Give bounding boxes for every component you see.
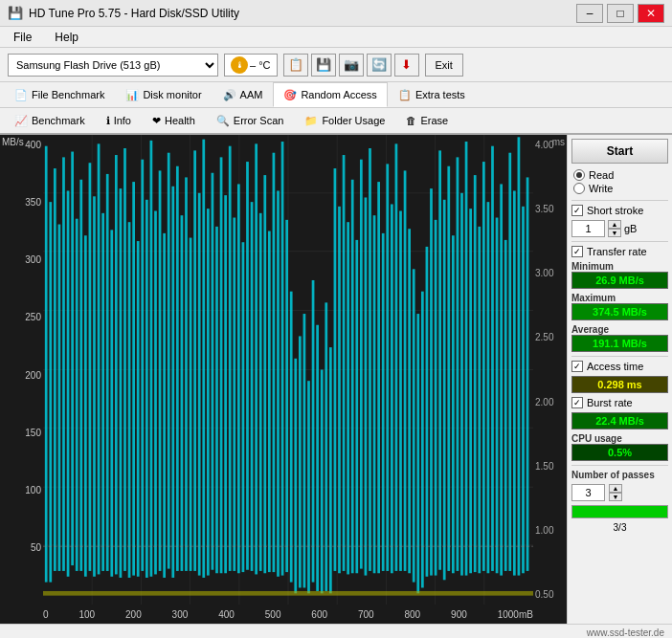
menu-file[interactable]: File xyxy=(8,29,37,46)
svg-rect-45 xyxy=(168,153,170,569)
svg-rect-63 xyxy=(246,162,249,570)
toolbar-btn-2[interactable]: 💾 xyxy=(311,54,336,77)
progress-text: 3/3 xyxy=(571,522,668,533)
cpu-label: CPU usage xyxy=(571,433,668,444)
start-button[interactable]: Start xyxy=(571,139,668,164)
spin-up[interactable]: ▲ xyxy=(608,220,621,229)
divider-4 xyxy=(571,465,668,466)
info-icon: ℹ xyxy=(106,115,110,127)
divider-3 xyxy=(571,356,668,357)
short-stroke-checkbox[interactable]: ✓ xyxy=(571,205,583,216)
svg-rect-75 xyxy=(299,336,302,587)
svg-rect-57 xyxy=(220,157,223,573)
maximize-button[interactable]: □ xyxy=(607,4,634,23)
toolbar-btn-4[interactable]: 🔄 xyxy=(367,54,392,77)
svg-rect-100 xyxy=(408,229,411,573)
svg-rect-55 xyxy=(212,173,214,570)
maximum-label: Maximum xyxy=(571,293,668,303)
tab-random-access[interactable]: 🎯 Random Access xyxy=(273,82,387,107)
minimize-button[interactable]: – xyxy=(576,4,603,23)
svg-rect-22 xyxy=(67,190,70,576)
svg-rect-99 xyxy=(404,170,407,571)
read-label: Read xyxy=(589,169,614,181)
passes-input[interactable] xyxy=(571,484,605,501)
status-bar: www.ssd-tester.de xyxy=(0,624,672,638)
toolbar-btn-3[interactable]: 📷 xyxy=(339,54,364,77)
tab-aam[interactable]: 🔊 AAM xyxy=(213,82,274,107)
write-radio-dot xyxy=(573,183,585,194)
tab-error-scan[interactable]: 🔍 Error Scan xyxy=(206,108,295,133)
write-radio[interactable]: Write xyxy=(573,183,666,194)
tab-erase[interactable]: 🗑 Erase xyxy=(395,108,459,133)
svg-rect-101 xyxy=(413,269,415,582)
tab-disk-monitor-label: Disk monitor xyxy=(143,89,201,100)
svg-rect-62 xyxy=(242,242,245,572)
svg-rect-47 xyxy=(176,166,179,571)
svg-rect-50 xyxy=(190,238,192,571)
toolbar-btn-1[interactable]: 📋 xyxy=(283,54,308,77)
spin-down[interactable]: ▼ xyxy=(608,229,621,237)
transfer-rate-checkbox[interactable]: ✓ xyxy=(571,246,583,257)
close-button[interactable]: ✕ xyxy=(638,4,664,23)
svg-rect-122 xyxy=(504,240,507,571)
tab-benchmark-label: Benchmark xyxy=(32,115,85,126)
svg-rect-21 xyxy=(62,157,65,571)
svg-rect-94 xyxy=(382,233,385,571)
svg-rect-20 xyxy=(58,225,61,571)
svg-rect-67 xyxy=(263,175,266,573)
svg-rect-80 xyxy=(321,370,324,594)
svg-rect-109 xyxy=(447,166,450,571)
drive-select[interactable]: Samsung Flash Drive (513 gB) xyxy=(8,54,218,77)
access-time-value: 0.298 ms xyxy=(571,376,668,393)
read-write-group: Read Write xyxy=(571,167,668,196)
svg-rect-114 xyxy=(469,209,472,573)
tab-info[interactable]: ℹ Info xyxy=(96,108,142,133)
status-url: www.ssd-tester.de xyxy=(587,627,664,638)
svg-rect-48 xyxy=(181,215,184,571)
svg-rect-41 xyxy=(150,141,153,577)
burst-rate-checkbox[interactable]: ✓ xyxy=(571,397,583,408)
svg-rect-43 xyxy=(159,170,162,571)
chart-canvas xyxy=(43,135,533,605)
access-time-checkbox[interactable]: ✓ xyxy=(571,361,583,372)
svg-rect-33 xyxy=(115,155,118,574)
svg-rect-91 xyxy=(369,148,371,571)
svg-rect-102 xyxy=(416,314,419,593)
svg-rect-39 xyxy=(141,160,144,571)
svg-rect-42 xyxy=(154,210,157,574)
passes-spin-down[interactable]: ▼ xyxy=(609,493,622,501)
tab-row-2: 📈 Benchmark ℹ Info ❤ Health 🔍 Error Scan… xyxy=(0,108,672,135)
tab-folder-usage[interactable]: 📁 Folder Usage xyxy=(294,108,395,133)
toolbar-btn-5[interactable]: ⬇ xyxy=(394,54,419,77)
temp-value: – °C xyxy=(250,59,271,71)
menu-help[interactable]: Help xyxy=(49,29,84,46)
tab-health-label: Health xyxy=(165,115,195,126)
svg-rect-65 xyxy=(255,143,258,574)
svg-rect-85 xyxy=(343,155,346,571)
tab-aam-label: AAM xyxy=(240,89,263,100)
svg-rect-126 xyxy=(522,207,525,573)
passes-spin-up[interactable]: ▲ xyxy=(609,484,622,493)
tab-health[interactable]: ❤ Health xyxy=(142,108,206,133)
svg-rect-115 xyxy=(474,175,477,572)
tab-disk-monitor[interactable]: 📊 Disk monitor xyxy=(115,82,212,107)
read-radio[interactable]: Read xyxy=(573,169,666,181)
access-time-label: Access time xyxy=(587,361,643,372)
svg-rect-53 xyxy=(202,140,205,578)
divider-2 xyxy=(571,241,668,242)
svg-rect-88 xyxy=(355,240,358,573)
y-axis-left-ticks: 400 350 300 250 200 150 100 50 xyxy=(0,135,43,605)
burst-rate-value: 22.4 MB/s xyxy=(571,412,668,429)
svg-rect-111 xyxy=(457,157,459,571)
svg-rect-104 xyxy=(426,247,429,577)
svg-rect-31 xyxy=(106,174,109,571)
svg-rect-128 xyxy=(43,591,533,596)
short-stroke-input[interactable] xyxy=(571,220,605,237)
passes-label: Number of passes xyxy=(571,470,668,480)
short-stroke-label: Short stroke xyxy=(587,205,643,216)
tab-benchmark[interactable]: 📈 Benchmark xyxy=(4,108,96,133)
tab-extra-tests[interactable]: 📋 Extra tests xyxy=(388,82,476,107)
temp-icon: 🌡 xyxy=(231,56,248,74)
exit-button[interactable]: Exit xyxy=(425,54,463,77)
tab-file-benchmark[interactable]: 📄 File Benchmark xyxy=(4,82,115,107)
